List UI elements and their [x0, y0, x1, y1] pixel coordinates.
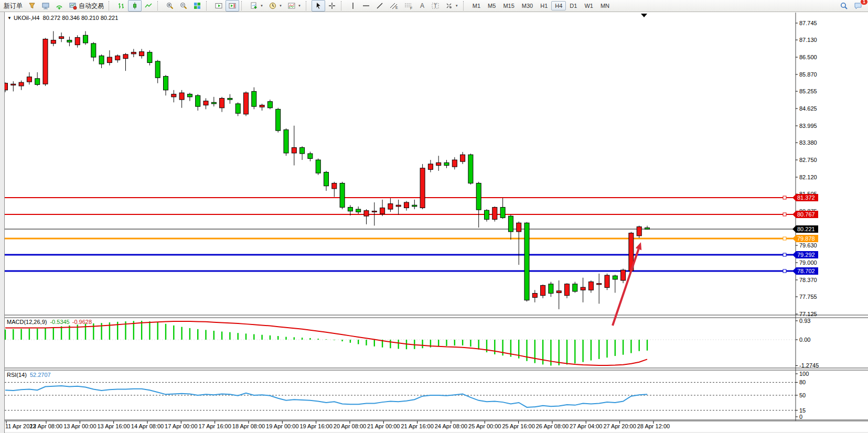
candlestick — [356, 209, 361, 212]
trendline-tool-button[interactable] — [373, 0, 387, 12]
svg-text:T: T — [434, 3, 437, 9]
vline-tool-button[interactable] — [347, 0, 359, 12]
candlestick — [372, 211, 377, 212]
candlestick — [428, 164, 433, 169]
candlestick-mode-button[interactable] — [128, 0, 142, 12]
price-tag-label: 81.372 — [797, 194, 815, 201]
time-axis-label: 18 Apr 08:00 — [232, 423, 265, 429]
label-tool-button[interactable]: T — [428, 0, 442, 12]
time-axis-label: 26 Apr 08:00 — [536, 423, 569, 429]
zoom-in-icon — [166, 2, 174, 10]
toolbar: 新订单 自动交易 — [0, 0, 868, 12]
timeframe-h1[interactable]: H1 — [537, 1, 551, 10]
candlestick — [228, 98, 232, 100]
crosshair-tool-button[interactable] — [325, 0, 339, 12]
news-signal-button[interactable] — [52, 0, 66, 12]
auto-scroll-button[interactable] — [212, 0, 226, 12]
timeframe-m15[interactable]: M15 — [499, 1, 518, 10]
candlestick — [196, 95, 200, 106]
rsi-axis-label: 15 — [799, 407, 806, 414]
candlestick — [588, 282, 593, 290]
price-tick-label: 85.255 — [799, 88, 817, 94]
terminal-icon-button[interactable] — [39, 0, 52, 12]
time-axis-label: 25 Apr 16:00 — [502, 423, 534, 429]
candlestick — [380, 208, 385, 213]
time-axis-label: 27 Apr 20:00 — [603, 423, 636, 429]
new-order-button[interactable]: 新订单 — [1, 0, 25, 12]
time-axis-label: 25 Apr 00:00 — [468, 423, 501, 429]
candlestick — [532, 294, 537, 298]
bar-chart-mode-button[interactable] — [114, 0, 128, 12]
candlestick — [316, 160, 320, 173]
timeframe-d1[interactable]: D1 — [566, 1, 581, 10]
notifications-button[interactable]: 1 — [851, 0, 866, 12]
line-handle[interactable] — [783, 213, 786, 216]
macd-axis-label: 0.00 — [799, 337, 810, 343]
autotrade-button[interactable]: 自动交易 — [66, 0, 106, 12]
mt4-application: 新订单 自动交易 — [0, 0, 868, 433]
chevron-down-icon: ▼ — [455, 4, 458, 7]
time-axis-label: 17 Apr 00:00 — [165, 423, 197, 429]
text-label-icon: T — [431, 2, 440, 10]
tile-windows-button[interactable] — [190, 0, 204, 12]
chart-canvas[interactable]: 87.74587.13086.50085.87085.25584.62583.9… — [0, 0, 868, 433]
price-tick-label: 79.000 — [799, 259, 817, 266]
fibonacci-tool-button[interactable]: F — [401, 0, 416, 12]
collapse-icon[interactable]: ▼ — [7, 16, 12, 20]
candlestick — [485, 210, 489, 219]
price-tick-label: 79.630 — [799, 242, 817, 248]
cursor-tool-button[interactable] — [312, 0, 325, 12]
search-button[interactable] — [837, 0, 851, 12]
candlestick — [235, 104, 240, 113]
toolbar-separator — [157, 1, 162, 10]
timeframe-mn[interactable]: MN — [597, 1, 613, 10]
time-axis-label: 12 Apr 08:00 — [30, 423, 62, 429]
hline-tool-button[interactable] — [359, 0, 373, 12]
candlestick — [267, 102, 272, 108]
tile-windows-icon — [193, 2, 201, 10]
text-tool-button[interactable]: A — [416, 0, 428, 12]
search-icon — [840, 2, 849, 10]
candlestick — [75, 37, 80, 45]
zoom-in-button[interactable] — [163, 0, 177, 12]
zoom-out-icon — [179, 2, 188, 10]
candlestick — [524, 223, 529, 300]
time-axis-label: 28 Apr 12:00 — [637, 423, 670, 429]
candlestick — [203, 101, 208, 105]
price-tag-label: 80.221 — [797, 226, 815, 232]
shapes-tool-button[interactable]: ▼ — [442, 0, 461, 12]
market-watch-icon[interactable] — [25, 0, 39, 12]
candlestick — [276, 109, 281, 131]
timeframe-h4[interactable]: H4 — [551, 1, 566, 10]
time-axis-label: 20 Apr 08:00 — [334, 423, 366, 429]
zoom-out-button[interactable] — [177, 0, 190, 12]
time-axis-label: 13 Apr 00:00 — [63, 423, 96, 429]
chevron-down-icon: ▼ — [298, 4, 301, 7]
new-chart-button[interactable]: ▼ — [247, 0, 266, 12]
period-button[interactable]: ▼ — [266, 0, 285, 12]
line-handle[interactable] — [783, 269, 786, 273]
timeframe-m1[interactable]: M1 — [469, 1, 484, 10]
line-chart-mode-button[interactable] — [142, 0, 155, 12]
macd-indicator-label: MACD(12,26,9)-0.5345-0.9628 — [7, 319, 92, 325]
macd-axis-label: -1.2745 — [799, 362, 819, 369]
timeframe-m30[interactable]: M30 — [518, 1, 537, 10]
candlestick — [404, 202, 409, 208]
chart-shift-button[interactable] — [226, 0, 239, 12]
rsi-name: RSI(14) — [7, 372, 27, 378]
price-tick-label: 85.870 — [799, 71, 817, 78]
line-handle[interactable] — [783, 237, 786, 240]
templates-button[interactable]: ▼ — [285, 0, 304, 12]
toolbar-separator — [341, 1, 345, 10]
line-handle[interactable] — [783, 253, 786, 256]
price-tick-label: 83.995 — [799, 123, 817, 129]
line-handle[interactable] — [783, 196, 786, 199]
candlestick — [508, 216, 513, 232]
clock-icon — [269, 2, 277, 10]
timeframe-m5[interactable]: M5 — [484, 1, 499, 10]
channel-tool-button[interactable]: E — [387, 0, 401, 12]
candlestick — [300, 148, 305, 154]
candlestick — [452, 160, 457, 167]
timeframe-w1[interactable]: W1 — [581, 1, 597, 10]
candlestick — [308, 154, 313, 158]
